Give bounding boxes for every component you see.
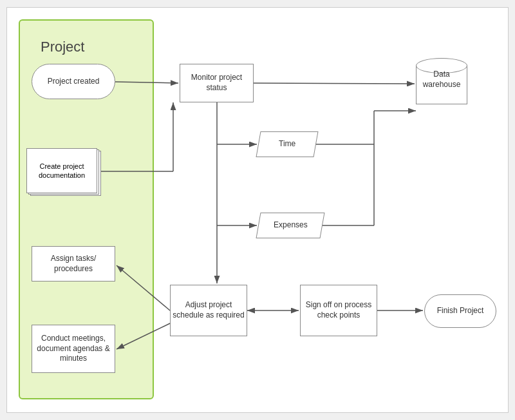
- expenses-shape: Expenses: [256, 213, 324, 238]
- create-docs: Create project documentation: [26, 148, 101, 196]
- data-warehouse: Data warehouse: [416, 58, 467, 110]
- time-shape: Time: [256, 131, 318, 157]
- svg-line-3: [254, 83, 415, 84]
- monitor-project: Monitor project status: [180, 64, 254, 102]
- sign-off: Sign off on process check points: [300, 285, 377, 336]
- assign-tasks: Assign tasks/ procedures: [32, 246, 115, 282]
- project-label: Project: [41, 39, 84, 55]
- diagram-container: Project Project created Create project d…: [6, 7, 509, 413]
- conduct-meetings: Conduct meetings, document agendas & min…: [32, 325, 115, 373]
- project-created: Project created: [32, 64, 115, 99]
- adjust-schedule: Adjust project schedule as required: [170, 285, 247, 336]
- finish-project: Finish Project: [424, 294, 496, 328]
